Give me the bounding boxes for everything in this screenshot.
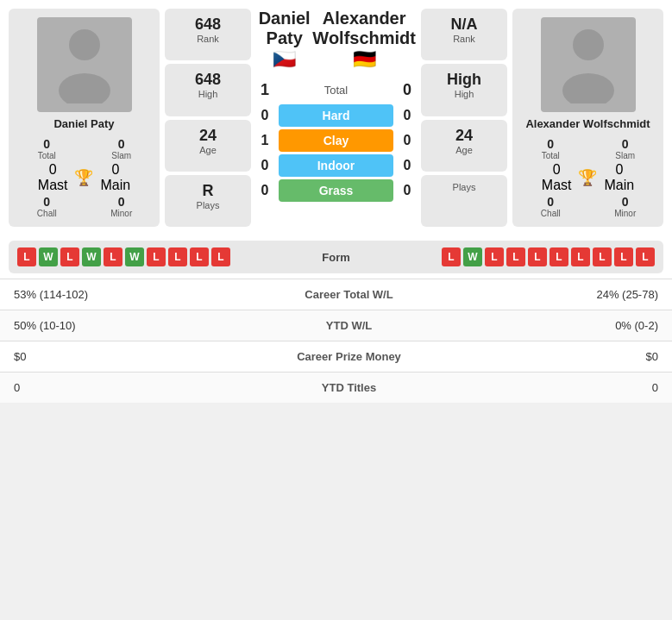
surface-row-clay: 1 Clay 0: [256, 129, 416, 152]
player2-high-box: High High: [421, 64, 507, 116]
player2-avatar: [541, 17, 636, 112]
total-p1-score: 1: [256, 81, 273, 99]
player1-name-block: Daniel Paty 🇨🇿: [256, 9, 312, 71]
trophy1-icon: 🏆: [74, 168, 93, 187]
hard-p2-score: 0: [399, 108, 416, 123]
player2-name: Alexander Wolfschmidt: [525, 117, 650, 130]
player1-total-val: 0: [43, 137, 50, 151]
form-badge-p2: L: [528, 247, 547, 266]
table-right-val: 0% (0-2): [486, 310, 672, 341]
table-row: 53% (114-102) Career Total W/L 24% (25-7…: [0, 279, 672, 310]
player2-main-label: Main: [604, 178, 634, 193]
player1-main-label: Main: [100, 178, 130, 193]
player2-minor-val: 0: [622, 195, 629, 209]
player1-slam-val: 0: [118, 137, 125, 151]
table-row: 50% (10-10) YTD W/L 0% (0-2): [0, 310, 672, 341]
form-row: LWLWLWLLLL Form LWLLLLLLLL: [17, 247, 655, 266]
player2-age-box: 24 Age: [421, 120, 507, 172]
form-badge-p2: L: [593, 247, 612, 266]
form-badge-p1: L: [211, 247, 230, 266]
player1-minor-label: Minor: [110, 209, 132, 218]
table-row: $0 Career Prize Money $0: [0, 341, 672, 373]
player1-rank-val: 648: [168, 16, 248, 34]
svg-point-3: [562, 73, 614, 103]
player2-right-stats: N/A Rank High High 24 Age Plays: [421, 9, 507, 227]
player1-plays-val: R: [168, 182, 248, 200]
player1-rank-label: Rank: [168, 34, 248, 44]
clay-p1-score: 1: [256, 133, 273, 148]
player1-card: Daniel Paty 0 Total 0 Slam 0 Mast 🏆 0: [9, 9, 160, 227]
player2-flag: 🇩🇪: [353, 48, 376, 71]
player2-plays-box: Plays: [421, 175, 507, 227]
hard-p1-score: 0: [256, 108, 273, 123]
player2-main-val: 0: [615, 162, 623, 178]
player1-chall-val: 0: [43, 195, 50, 209]
player2-minor-cell: 0 Minor: [594, 195, 657, 218]
trophy2-icon: 🏆: [578, 168, 597, 187]
player2-high-val: High: [424, 71, 504, 89]
form-badge-p1: L: [168, 247, 187, 266]
top-section: Daniel Paty 0 Total 0 Slam 0 Mast 🏆 0: [0, 0, 672, 235]
player1-mast-label: Mast: [38, 178, 68, 193]
player1-main-cell: 0 Main: [100, 162, 130, 193]
player1-slam-cell: 0 Slam: [91, 137, 154, 160]
player1-mast-cell: 0 Mast: [38, 162, 68, 193]
surface-row-grass: 0 Grass 0: [256, 179, 416, 202]
player1-total-label: Total: [38, 151, 56, 160]
table-right-val: 0: [486, 373, 672, 404]
player2-plays-label: Plays: [424, 182, 504, 192]
player2-high-label: High: [424, 89, 504, 99]
player2-mast-label: Mast: [542, 178, 572, 193]
clay-badge: Clay: [279, 129, 393, 152]
table-left-val: $0: [0, 341, 212, 373]
grass-badge: Grass: [279, 179, 393, 202]
player1-plays-box: R Plays: [165, 175, 251, 227]
player1-high-label: High: [168, 89, 248, 99]
player1-age-label: Age: [168, 145, 248, 155]
player2-rank-box: N/A Rank: [421, 9, 507, 60]
clay-p2-score: 0: [399, 133, 416, 148]
player1-plays-label: Plays: [168, 200, 248, 210]
player2-total-cell: 0 Total: [519, 137, 582, 160]
total-row: 1 Total 0: [256, 79, 416, 101]
player2-chall-cell: 0 Chall: [519, 195, 582, 218]
form-badge-p1: L: [17, 247, 36, 266]
player2-slam-val: 0: [622, 137, 629, 151]
player2-age-label: Age: [424, 145, 504, 155]
svg-point-2: [573, 29, 604, 60]
player1-total-cell: 0 Total: [16, 137, 79, 160]
form-badge-p2: L: [636, 247, 655, 266]
player1-mast-val: 0: [49, 162, 57, 178]
player1-bottom-stats: 0 Chall 0 Minor: [16, 195, 153, 218]
table-right-val: 24% (25-78): [486, 279, 672, 310]
player1-age-box: 24 Age: [165, 120, 251, 172]
center-section: Daniel Paty 🇨🇿 Alexander Wolfschmidt 🇩🇪 …: [256, 9, 416, 227]
table-center-label: Career Prize Money: [212, 341, 487, 373]
grass-p1-score: 0: [256, 183, 273, 198]
form-badge-p2: L: [506, 247, 525, 266]
form-section: LWLWLWLLLL Form LWLLLLLLLL: [9, 241, 663, 273]
names-flags: Daniel Paty 🇨🇿 Alexander Wolfschmidt 🇩🇪: [256, 9, 416, 71]
player1-trophy-row: 0 Mast 🏆 0 Main: [16, 162, 153, 193]
player2-center-name: Alexander Wolfschmidt: [312, 9, 416, 48]
player1-form-badges: LWLWLWLLLL: [17, 247, 230, 266]
player1-high-val: 648: [168, 71, 248, 89]
player2-card: Alexander Wolfschmidt 0 Total 0 Slam 0 M…: [512, 9, 663, 227]
player1-rank-box: 648 Rank: [165, 9, 251, 60]
table-center-label: YTD Titles: [212, 373, 487, 404]
svg-point-0: [69, 29, 100, 60]
form-label: Form: [322, 251, 350, 264]
player1-avatar: [37, 17, 132, 112]
player2-rank-label: Rank: [424, 34, 504, 44]
player2-chall-val: 0: [547, 195, 554, 209]
form-badge-p2: L: [485, 247, 504, 266]
player2-form-badges: LWLLLLLLLL: [442, 247, 655, 266]
player2-rank-val: N/A: [424, 16, 504, 34]
form-badge-p2: L: [442, 247, 461, 266]
form-badge-p2: L: [550, 247, 568, 266]
table-center-label: YTD W/L: [212, 310, 487, 341]
player2-slam-label: Slam: [615, 151, 635, 160]
player2-slam-cell: 0 Slam: [594, 137, 657, 160]
form-badge-p1: L: [60, 247, 79, 266]
indoor-badge: Indoor: [279, 154, 393, 177]
